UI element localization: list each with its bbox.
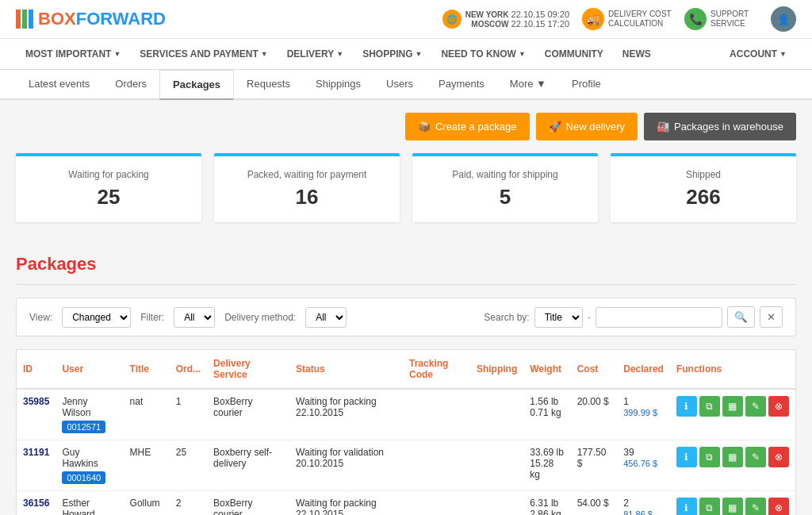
page-title: Packages xyxy=(16,254,796,285)
cell-cost: 177.50 $ xyxy=(571,440,618,491)
support-icon: 📞 xyxy=(684,8,707,30)
logo-fwd-text: FORWARD xyxy=(76,9,166,29)
nav-news[interactable]: NEWS xyxy=(613,39,661,69)
nav-services[interactable]: SERVICES AND PAYMENT▼ xyxy=(130,39,277,69)
nav-bar: MOST IMPORTANT▼ SERVICES AND PAYMENT▼ DE… xyxy=(0,39,812,70)
cell-user: Jenny Wilson 0012571 xyxy=(56,389,123,440)
header-right: 🌐 NEW YORK 22.10.15 09:20 MOSCOW 22.10.1… xyxy=(442,6,796,32)
stat-label-3: Shipped xyxy=(623,169,783,180)
col-cost: Cost xyxy=(571,350,618,390)
copy-button[interactable]: ⧉ xyxy=(699,498,720,515)
search-button[interactable]: 🔍 xyxy=(727,306,755,328)
delivery-icon: 🚀 xyxy=(549,121,561,133)
cell-tracking xyxy=(403,491,470,516)
info-button[interactable]: ℹ xyxy=(676,447,697,467)
delete-button[interactable]: ⊗ xyxy=(768,498,789,515)
support-btn[interactable]: 📞 SUPPORT SERVICE xyxy=(684,8,758,30)
search-by-select[interactable]: Title xyxy=(534,307,583,328)
tabs-bar: Latest events Orders Packages Requests S… xyxy=(0,70,812,100)
globe-icon: 🌐 xyxy=(442,10,462,29)
user-badge[interactable]: 0001640 xyxy=(62,471,105,484)
stat-waiting-packing: Waiting for packing 25 xyxy=(16,153,201,222)
cell-delivery: BoxBerry courier xyxy=(207,389,289,440)
delete-button[interactable]: ⊗ xyxy=(768,447,789,467)
logo-box-text: BOX xyxy=(38,9,76,29)
nav-community[interactable]: COMMUNITY xyxy=(535,39,613,69)
table-row: 31191 Guy Hawkins 0001640 MHE 25 Boxberr… xyxy=(17,440,796,491)
cell-cost: 54.00 $ xyxy=(571,491,618,516)
table-button[interactable]: ▦ xyxy=(722,447,743,467)
stat-value-1: 16 xyxy=(227,185,387,209)
actions-bar: 📦 Create a package 🚀 New delivery 🏭 Pack… xyxy=(0,100,812,153)
cell-declared: 39 456.76 $ xyxy=(617,440,670,491)
table-row: 35985 Jenny Wilson 0012571 nat 1 BoxBerr… xyxy=(17,389,796,440)
packages-table: ID User Title Ord... Delivery Service St… xyxy=(16,349,796,515)
tab-orders[interactable]: Orders xyxy=(102,70,159,100)
city2: MOSCOW xyxy=(471,20,508,29)
nav-delivery[interactable]: DELIVERY▼ xyxy=(278,39,354,69)
edit-button[interactable]: ✎ xyxy=(745,447,766,467)
tab-packages[interactable]: Packages xyxy=(159,70,234,100)
view-select[interactable]: Changed xyxy=(62,307,131,328)
cell-cost: 20.00 $ xyxy=(571,389,618,440)
filter-select[interactable]: All xyxy=(174,307,215,328)
edit-button[interactable]: ✎ xyxy=(745,498,766,515)
col-tracking: Tracking Code xyxy=(403,350,470,390)
search-input[interactable] xyxy=(596,307,722,328)
nav-account[interactable]: ACCOUNT▼ xyxy=(720,39,796,69)
new-delivery-button[interactable]: 🚀 New delivery xyxy=(536,113,638,140)
cell-id: 31191 xyxy=(17,440,56,491)
stat-packed-waiting-payment: Packed, waiting for payment 16 xyxy=(214,153,400,222)
info-button[interactable]: ℹ xyxy=(676,396,697,417)
top-header: BOXFORWARD 🌐 NEW YORK 22.10.15 09:20 MOS… xyxy=(0,0,812,39)
user-badge[interactable]: 0012571 xyxy=(62,421,105,433)
stat-value-3: 266 xyxy=(623,185,783,209)
tab-requests[interactable]: Requests xyxy=(234,70,303,100)
nav-shopping[interactable]: SHOPPING▼ xyxy=(353,39,431,69)
copy-button[interactable]: ⧉ xyxy=(699,396,720,417)
nav-most-important[interactable]: MOST IMPORTANT▼ xyxy=(16,39,130,69)
create-package-button[interactable]: 📦 Create a package xyxy=(405,113,530,140)
stat-paid-waiting-shipping: Paid, waiting for shipping 5 xyxy=(412,153,598,222)
edit-button[interactable]: ✎ xyxy=(745,396,766,417)
chevron-down-icon: ▼ xyxy=(779,50,787,58)
cell-declared: 2 81.86 $ xyxy=(617,491,670,516)
clear-search-button[interactable]: ✕ xyxy=(760,306,783,328)
warehouse-icon: 🏭 xyxy=(657,121,669,133)
user-avatar[interactable]: 👤 xyxy=(771,6,796,32)
packages-warehouse-button[interactable]: 🏭 Packages in warehouse xyxy=(644,113,796,140)
cell-status: Waiting for packing 22.10.2015 xyxy=(289,389,403,440)
stat-label-2: Paid, waiting for shipping xyxy=(425,169,585,180)
search-by-label: Search by: xyxy=(484,312,529,323)
info-button[interactable]: ℹ xyxy=(676,498,697,515)
stat-value-2: 5 xyxy=(425,185,585,209)
time1: 22.10.15 09:20 xyxy=(511,10,569,19)
chevron-down-icon: ▼ xyxy=(261,50,268,58)
filter-bar: View: Changed Filter: All Delivery metho… xyxy=(16,298,796,336)
table-button[interactable]: ▦ xyxy=(722,498,743,515)
tab-latest-events[interactable]: Latest events xyxy=(16,70,102,100)
table-button[interactable]: ▦ xyxy=(722,396,743,417)
tab-payments[interactable]: Payments xyxy=(426,70,497,100)
delete-button[interactable]: ⊗ xyxy=(768,396,789,417)
cell-status: Waiting for packing 22.10.2015 xyxy=(289,491,403,516)
stat-label-1: Packed, waiting for payment xyxy=(227,169,387,180)
nav-items: MOST IMPORTANT▼ SERVICES AND PAYMENT▼ DE… xyxy=(16,39,661,69)
tab-more[interactable]: More ▼ xyxy=(497,70,559,100)
copy-button[interactable]: ⧉ xyxy=(699,447,720,467)
tab-users[interactable]: Users xyxy=(373,70,426,100)
table-row: 36156 Esther Howard 0045794 Gollum 2 Box… xyxy=(17,491,796,516)
search-group: Search by: Title - 🔍 ✕ xyxy=(484,306,783,328)
cell-weight: 33.69 lb15.28 kg xyxy=(523,440,570,491)
delivery-cost-btn[interactable]: 🚚 DELIVERY COST CALCULATION xyxy=(582,8,672,30)
logo[interactable]: BOXFORWARD xyxy=(16,9,166,29)
delivery-method-select[interactable]: All xyxy=(305,307,347,328)
cell-declared: 1 399.99 $ xyxy=(617,389,670,440)
filter-label: Filter: xyxy=(140,312,164,323)
cell-weight: 1.56 lb0.71 kg xyxy=(523,389,570,440)
tab-profile[interactable]: Profile xyxy=(559,70,614,100)
chevron-down-icon: ▼ xyxy=(519,50,526,58)
tab-shippings[interactable]: Shippings xyxy=(303,70,373,100)
nav-need-to-know[interactable]: NEED TO KNOW▼ xyxy=(431,39,534,69)
cell-shipping xyxy=(470,440,523,491)
